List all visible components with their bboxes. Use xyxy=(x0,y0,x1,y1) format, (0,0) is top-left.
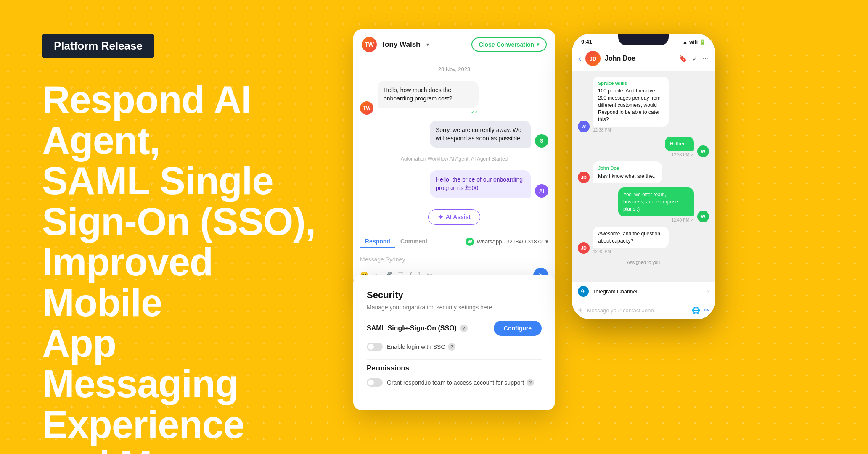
channel-chevron-icon: ▾ xyxy=(545,238,548,245)
phone-bubble-right: Yes, we offer team, business, and enterp… xyxy=(618,187,694,216)
tab-comment[interactable]: Comment xyxy=(395,235,433,248)
saml-label: SAML Single-Sign-On (SSO) ? xyxy=(367,325,468,332)
phone-message-row: W Yes, we offer team, business, and ente… xyxy=(578,187,709,222)
message-row: S Sorry, we are currently away. We will … xyxy=(360,121,548,148)
left-panel: Platform Release Respond AI Agent, SAML … xyxy=(42,25,320,429)
phone-contact-name: John Doe xyxy=(605,55,675,62)
phone-screen: 9:41 ▲ wifi 🔋 ‹ JD John Doe 🔖 xyxy=(572,34,715,319)
security-title: Security xyxy=(367,290,542,301)
phone-message-row: W Spruce Willis 100 people. And I receiv… xyxy=(578,77,709,132)
phone-bubble-wrap: Spruce Willis 100 people. And I receive … xyxy=(593,77,669,132)
grant-help-icon[interactable]: ? xyxy=(527,379,534,386)
channel-badge: W WhatsApp · 321846631872 ▾ xyxy=(466,235,548,248)
phone-status-icons: ▲ wifi 🔋 xyxy=(683,39,706,45)
chat-chevron-icon: ▾ xyxy=(426,42,429,48)
close-conversation-button[interactable]: Close Conversation xyxy=(471,37,547,52)
sso-toggle[interactable] xyxy=(367,343,383,351)
phone-bubble: John Doe May I know what are the... xyxy=(593,161,662,183)
message-tick: ✓✓ xyxy=(378,109,479,115)
ai-assist-button[interactable]: ✦ AI Assist xyxy=(428,209,480,225)
enable-sso-row: Enable login with SSO ? xyxy=(367,343,542,351)
phone-card: 9:41 ▲ wifi 🔋 ‹ JD John Doe 🔖 xyxy=(572,34,715,319)
phone-avatar: JD xyxy=(578,242,590,254)
phone-msg-time: 12:43 PM xyxy=(593,249,669,254)
phone-contact-avatar: JD xyxy=(585,51,601,66)
phone-bubble: Awesome, and the question about capacity… xyxy=(593,227,669,248)
sender-name: Spruce Willis xyxy=(598,80,664,87)
edit-icon[interactable]: ✏ xyxy=(704,306,709,314)
chat-tabs: Respond Comment W WhatsApp · 32184663187… xyxy=(353,231,555,248)
phone-messages: W Spruce Willis 100 people. And I receiv… xyxy=(572,71,715,282)
phone-avatar: JD xyxy=(578,172,590,183)
chat-header: TW Tony Walsh ▾ Close Conversation xyxy=(353,29,555,60)
signal-icon: ▲ xyxy=(683,39,688,45)
automation-note: Automation Workflow AI Agent: AI Agent S… xyxy=(360,153,548,164)
phone-message-input[interactable]: Message your contact John xyxy=(587,307,688,314)
ai-avatar: AI xyxy=(535,184,548,198)
platform-release-badge: Platform Release xyxy=(42,34,154,58)
phone-msg-time: 12:40 PM ✓ xyxy=(618,218,694,222)
channel-chevron-icon: › xyxy=(707,288,709,295)
chat-date: 28 Nov, 2023 xyxy=(353,60,555,77)
assigned-badge: Assigned to you xyxy=(578,258,709,267)
tab-respond[interactable]: Respond xyxy=(360,235,395,248)
permissions-title: Permissions xyxy=(367,359,542,372)
more-icon[interactable]: ··· xyxy=(703,55,708,63)
saml-row: SAML Single-Sign-On (SSO) ? Configure xyxy=(367,321,542,336)
ai-bubble: Hello, the price of our onboarding progr… xyxy=(430,170,531,198)
bookmark-icon[interactable]: 🔖 xyxy=(679,55,687,63)
sso-help-icon[interactable]: ? xyxy=(448,343,455,351)
phone-back-icon[interactable]: ‹ xyxy=(579,54,581,63)
translate-icon[interactable]: 🌐 xyxy=(692,306,700,314)
message-avatar: S xyxy=(535,134,548,148)
right-panel: TW Tony Walsh ▾ Close Conversation 28 No… xyxy=(353,25,834,429)
phone-bubble-wrap: Yes, we offer team, business, and enterp… xyxy=(618,187,694,222)
phone-channel-row[interactable]: ✈ Telegram Channel › xyxy=(572,282,715,301)
phone-bubble-wrap: John Doe May I know what are the... xyxy=(593,161,662,183)
phone-msg-time: 12:38 PM ✓ xyxy=(665,153,694,157)
phone-message-row: W Hi there! 12:38 PM ✓ xyxy=(578,137,709,157)
phone-input-row: + Message your contact John 🌐 ✏ xyxy=(572,301,715,319)
ai-bubble-wrap: Hello, the price of our onboarding progr… xyxy=(430,170,531,198)
wifi-icon: wifi xyxy=(689,39,698,45)
sender-name: John Doe xyxy=(598,165,657,172)
phone-message-row: JD John Doe May I know what are the... xyxy=(578,161,709,183)
phone-bubble-wrap: Awesome, and the question about capacity… xyxy=(593,227,669,254)
saml-help-icon[interactable]: ? xyxy=(460,325,468,332)
sso-toggle-label: Enable login with SSO ? xyxy=(387,343,455,351)
grant-access-label: Grant respond.io team to access account … xyxy=(387,379,534,386)
right-column-left: TW Tony Walsh ▾ Close Conversation 28 No… xyxy=(353,29,555,436)
incoming-bubble: Hello, how much does the onboarding prog… xyxy=(378,81,479,108)
chat-input[interactable]: Message Sydney xyxy=(360,253,548,268)
phone-bubble-wrap: Hi there! 12:38 PM ✓ xyxy=(665,137,694,157)
outgoing-bubble: Sorry, we are currently away. We will re… xyxy=(430,121,531,148)
phone-header-icons: 🔖 ✓ ··· xyxy=(679,55,708,63)
phone-notch xyxy=(618,34,669,45)
phone-msg-time: 12:38 PM xyxy=(593,128,669,132)
chat-header-left: TW Tony Walsh ▾ xyxy=(362,37,429,52)
telegram-icon: ✈ xyxy=(578,286,589,297)
sparkle-icon: ✦ xyxy=(438,213,443,221)
phone-message-row: JD Awesome, and the question about capac… xyxy=(578,227,709,254)
battery-icon: 🔋 xyxy=(699,39,706,45)
phone-bubble: Spruce Willis 100 people. And I receive … xyxy=(593,77,669,127)
chat-contact-name: Tony Walsh xyxy=(381,40,421,49)
phone-input-icons: 🌐 ✏ xyxy=(692,306,709,314)
headline: Respond AI Agent, SAML Single Sign-On (S… xyxy=(42,79,320,454)
configure-button[interactable]: Configure xyxy=(494,321,542,336)
message-row: TW Hello, how much does the onboarding p… xyxy=(360,81,548,115)
check-circle-icon[interactable]: ✓ xyxy=(692,55,698,63)
message-bubble: Hello, how much does the onboarding prog… xyxy=(378,81,479,115)
phone-time: 9:41 xyxy=(581,39,592,45)
phone-avatar: W xyxy=(697,145,709,157)
phone-bubble-right: Hi there! xyxy=(665,137,694,151)
whatsapp-icon: W xyxy=(466,238,474,246)
security-subtitle: Manage your organization security settin… xyxy=(367,304,542,311)
phone-avatar: W xyxy=(578,121,590,132)
right-column-right: 9:41 ▲ wifi 🔋 ‹ JD John Doe 🔖 xyxy=(572,29,715,319)
grant-access-row: Grant respond.io team to access account … xyxy=(367,378,542,387)
chat-card: TW Tony Walsh ▾ Close Conversation 28 No… xyxy=(353,29,555,287)
grant-access-toggle[interactable] xyxy=(367,378,383,387)
message-row-ai: AI Hello, the price of our onboarding pr… xyxy=(360,170,548,198)
phone-plus-icon[interactable]: + xyxy=(578,306,583,315)
